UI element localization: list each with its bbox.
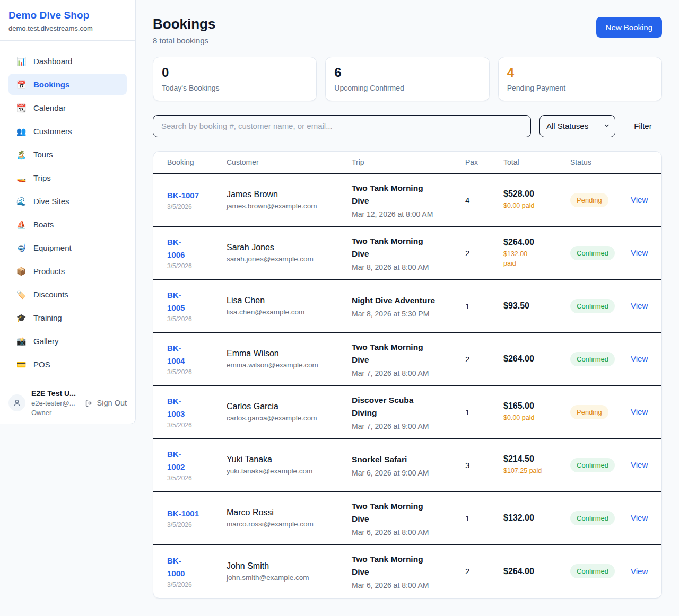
trips-icon: 🚤 bbox=[16, 174, 27, 182]
booking-id-link[interactable]: BK- 1006 bbox=[167, 236, 227, 261]
view-link[interactable]: View bbox=[631, 248, 648, 257]
booking-id-link[interactable]: BK-1007 bbox=[167, 189, 227, 202]
status-cell: Confirmed bbox=[570, 564, 631, 578]
view-link[interactable]: View bbox=[631, 460, 648, 469]
customer-name: John Smith bbox=[227, 561, 352, 571]
booking-id-link[interactable]: BK- 1000 bbox=[167, 555, 227, 580]
sign-out-button[interactable]: Sign Out bbox=[84, 399, 127, 408]
view-link[interactable]: View bbox=[631, 354, 648, 363]
table-row: BK-1007 3/5/2026 James Brown james.brown… bbox=[153, 174, 661, 227]
table-row: BK- 1002 3/5/2026 Yuki Tanaka yuki.tanak… bbox=[153, 439, 661, 492]
actions-cell: View bbox=[631, 301, 648, 311]
customer-email: yuki.tanaka@example.com bbox=[227, 467, 352, 475]
customer-cell: Emma Wilson emma.wilson@example.com bbox=[227, 349, 352, 369]
status-filter-select[interactable]: All Statuses bbox=[539, 115, 615, 137]
view-link[interactable]: View bbox=[631, 195, 648, 204]
actions-cell: View bbox=[631, 513, 648, 523]
booking-date: 3/5/2026 bbox=[167, 521, 227, 529]
sidebar-item-products[interactable]: 📦 Products bbox=[8, 260, 127, 281]
status-cell: Pending bbox=[570, 193, 631, 207]
sidebar-user-footer: E2E Test U... e2e-tester@... Owner Sign … bbox=[0, 382, 135, 424]
actions-cell: View bbox=[631, 195, 648, 205]
pax-cell: 2 bbox=[465, 355, 503, 364]
booking-id-link[interactable]: BK- 1003 bbox=[167, 395, 227, 420]
pax-cell: 1 bbox=[465, 408, 503, 417]
paid-amount: $0.00 paid bbox=[503, 413, 570, 423]
customer-email: sarah.jones@example.com bbox=[227, 255, 352, 263]
status-badge: Confirmed bbox=[570, 511, 615, 525]
customer-email: carlos.garcia@example.com bbox=[227, 414, 352, 422]
sidebar-item-training[interactable]: 🎓 Training bbox=[8, 307, 127, 328]
booking-date: 3/5/2026 bbox=[167, 421, 227, 429]
stat-card: 0 Today's Bookings bbox=[153, 57, 317, 101]
trip-name: Two Tank Morning Dive bbox=[352, 553, 465, 578]
dive-sites-icon: 🌊 bbox=[16, 197, 27, 205]
sidebar-item-label: Bookings bbox=[33, 80, 69, 89]
trip-cell: Two Tank Morning Dive Mar 8, 2026 at 8:0… bbox=[352, 235, 465, 271]
actions-cell: View bbox=[631, 567, 648, 576]
trip-cell: Two Tank Morning Dive Mar 12, 2026 at 8:… bbox=[352, 182, 465, 218]
sidebar-item-gallery[interactable]: 📸 Gallery bbox=[8, 330, 127, 351]
sidebar-item-boats[interactable]: ⛵ Boats bbox=[8, 214, 127, 235]
booking-date: 3/5/2026 bbox=[167, 262, 227, 270]
status-badge: Pending bbox=[570, 405, 608, 419]
total-amount: $264.00 bbox=[503, 567, 570, 576]
sidebar-item-discounts[interactable]: 🏷️ Discounts bbox=[8, 284, 127, 305]
total-cell: $264.00 $132.00 paid bbox=[503, 237, 570, 269]
sidebar-item-dashboard[interactable]: 📊 Dashboard bbox=[8, 50, 127, 72]
total-amount: $132.00 bbox=[503, 513, 570, 523]
equipment-icon: 🤿 bbox=[16, 244, 27, 252]
view-link[interactable]: View bbox=[631, 407, 648, 416]
filter-button[interactable]: Filter bbox=[624, 121, 662, 131]
status-cell: Confirmed bbox=[570, 299, 631, 313]
view-link[interactable]: View bbox=[631, 567, 648, 576]
sidebar-item-label: Gallery bbox=[33, 337, 59, 346]
sidebar-item-trips[interactable]: 🚤 Trips bbox=[8, 167, 127, 188]
actions-cell: View bbox=[631, 407, 648, 417]
search-input[interactable] bbox=[153, 115, 531, 137]
sidebar-item-equipment[interactable]: 🤿 Equipment bbox=[8, 237, 127, 258]
table-row: BK- 1003 3/5/2026 Carlos Garcia carlos.g… bbox=[153, 386, 661, 439]
sidebar-item-label: Trips bbox=[33, 173, 51, 182]
pos-icon: 💳 bbox=[16, 360, 27, 368]
page-header: Bookings 8 total bookings New Booking bbox=[153, 16, 662, 45]
new-booking-button[interactable]: New Booking bbox=[596, 17, 662, 38]
customer-cell: Yuki Tanaka yuki.tanaka@example.com bbox=[227, 455, 352, 475]
sidebar-item-customers[interactable]: 👥 Customers bbox=[8, 120, 127, 142]
sidebar-item-label: Equipment bbox=[33, 243, 72, 252]
booking-date: 3/5/2026 bbox=[167, 368, 227, 376]
trip-cell: Snorkel Safari Mar 6, 2026 at 9:00 AM bbox=[352, 453, 465, 477]
sidebar-item-calendar[interactable]: 📆 Calendar bbox=[8, 97, 127, 118]
booking-id-link[interactable]: BK- 1002 bbox=[167, 448, 227, 473]
booking-cell: BK- 1004 3/5/2026 bbox=[167, 342, 227, 376]
sidebar-item-label: Dashboard bbox=[33, 57, 72, 66]
trip-name: Two Tank Morning Dive bbox=[352, 182, 465, 207]
customer-email: marco.rossi@example.com bbox=[227, 520, 352, 528]
sidebar-item-label: Dive Sites bbox=[33, 197, 69, 206]
view-link[interactable]: View bbox=[631, 301, 648, 310]
booking-date: 3/5/2026 bbox=[167, 474, 227, 482]
customer-cell: John Smith john.smith@example.com bbox=[227, 561, 352, 582]
total-amount: $165.00 bbox=[503, 401, 570, 411]
customer-email: emma.wilson@example.com bbox=[227, 361, 352, 369]
customer-cell: Lisa Chen lisa.chen@example.com bbox=[227, 296, 352, 316]
sidebar-item-dive-sites[interactable]: 🌊 Dive Sites bbox=[8, 190, 127, 212]
status-badge: Confirmed bbox=[570, 564, 615, 578]
page-subtitle: 8 total bookings bbox=[153, 36, 215, 45]
view-link[interactable]: View bbox=[631, 513, 648, 522]
page-title: Bookings bbox=[153, 16, 215, 32]
trip-datetime: Mar 6, 2026 at 9:00 AM bbox=[352, 469, 465, 477]
sidebar-item-bookings[interactable]: 📅 Bookings bbox=[8, 74, 127, 95]
user-name: E2E Test U... bbox=[31, 389, 79, 398]
sidebar-item-tours[interactable]: 🏝️ Tours bbox=[8, 144, 127, 165]
booking-id-link[interactable]: BK- 1004 bbox=[167, 342, 227, 367]
customer-cell: Sarah Jones sarah.jones@example.com bbox=[227, 243, 352, 263]
main-content: Bookings 8 total bookings New Booking 0 … bbox=[136, 0, 679, 615]
sidebar-item-pos[interactable]: 💳 POS bbox=[8, 354, 127, 375]
pax-cell: 3 bbox=[465, 461, 503, 470]
stat-value: 0 bbox=[162, 65, 308, 80]
booking-id-link[interactable]: BK-1001 bbox=[167, 507, 227, 520]
booking-id-link[interactable]: BK- 1005 bbox=[167, 289, 227, 314]
pax-cell: 2 bbox=[465, 249, 503, 258]
trip-cell: Two Tank Morning Dive Mar 6, 2026 at 8:0… bbox=[352, 500, 465, 536]
